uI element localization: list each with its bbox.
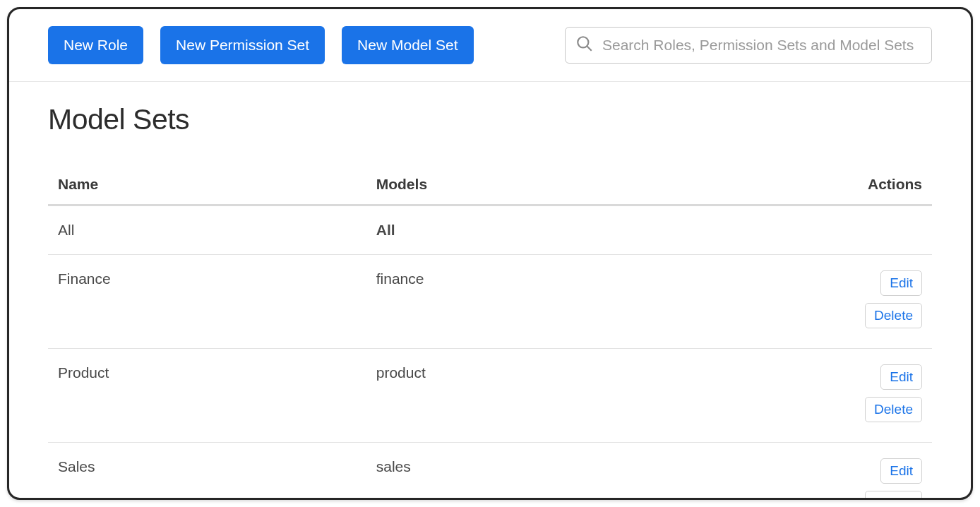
edit-button[interactable]: Edit bbox=[880, 270, 922, 296]
model-sets-table: Name Models Actions AllAllFinancefinance… bbox=[48, 165, 932, 500]
action-stack: EditDelete bbox=[865, 458, 922, 500]
cell-models: sales bbox=[366, 443, 755, 501]
cell-name: Product bbox=[48, 349, 366, 443]
cell-name: Finance bbox=[48, 255, 366, 349]
action-stack: EditDelete bbox=[865, 364, 922, 427]
action-stack: EditDelete bbox=[865, 270, 922, 333]
new-permission-set-button[interactable]: New Permission Set bbox=[160, 26, 325, 64]
col-header-models: Models bbox=[366, 165, 755, 205]
col-header-name: Name bbox=[48, 165, 366, 205]
page-title: Model Sets bbox=[48, 103, 932, 136]
table-row: SalessalesEditDelete bbox=[48, 443, 932, 501]
col-header-actions: Actions bbox=[755, 165, 932, 205]
app-window: New Role New Permission Set New Model Se… bbox=[7, 7, 973, 500]
search-input[interactable] bbox=[602, 37, 921, 54]
cell-name: All bbox=[48, 205, 366, 255]
svg-point-0 bbox=[578, 37, 588, 47]
delete-button[interactable]: Delete bbox=[865, 491, 922, 500]
cell-actions: EditDelete bbox=[755, 443, 932, 501]
cell-actions bbox=[755, 205, 932, 255]
table-row: AllAll bbox=[48, 205, 932, 255]
svg-line-1 bbox=[587, 46, 592, 51]
table-row: FinancefinanceEditDelete bbox=[48, 255, 932, 349]
delete-button[interactable]: Delete bbox=[865, 303, 922, 328]
cell-name: Sales bbox=[48, 443, 366, 501]
search-icon bbox=[575, 35, 602, 56]
table-body: AllAllFinancefinanceEditDeleteProductpro… bbox=[48, 205, 932, 501]
edit-button[interactable]: Edit bbox=[880, 364, 922, 390]
new-role-button[interactable]: New Role bbox=[48, 26, 143, 64]
new-model-set-button[interactable]: New Model Set bbox=[342, 26, 473, 64]
delete-button[interactable]: Delete bbox=[865, 397, 922, 422]
cell-models: All bbox=[366, 205, 755, 255]
cell-models: product bbox=[366, 349, 755, 443]
table-row: ProductproductEditDelete bbox=[48, 349, 932, 443]
cell-models: finance bbox=[366, 255, 755, 349]
cell-actions: EditDelete bbox=[755, 255, 932, 349]
edit-button[interactable]: Edit bbox=[880, 458, 922, 484]
cell-actions: EditDelete bbox=[755, 349, 932, 443]
search-field[interactable] bbox=[565, 27, 932, 64]
table-header-row: Name Models Actions bbox=[48, 165, 932, 205]
main-content: Model Sets Name Models Actions AllAllFin… bbox=[9, 82, 971, 500]
toolbar: New Role New Permission Set New Model Se… bbox=[9, 9, 971, 82]
